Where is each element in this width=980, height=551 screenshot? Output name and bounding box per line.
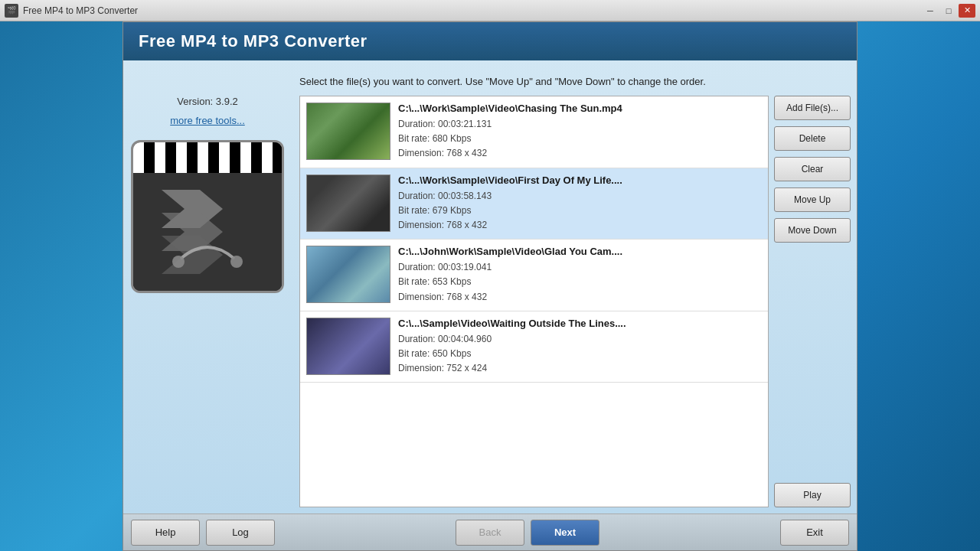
app-title: Free MP4 to MP3 Converter bbox=[139, 31, 368, 51]
file-meta-3: Duration: 00:03:19.041Bit rate: 653 Kbps… bbox=[398, 260, 762, 305]
title-text: Free MP4 to MP3 Converter bbox=[23, 5, 138, 16]
help-button[interactable]: Help bbox=[131, 520, 200, 546]
main-window: Free MP4 to MP3 Converter Version: 3.9.2… bbox=[122, 21, 858, 551]
file-item-1[interactable]: C:\...\Work\Sample\Video\Chasing The Sun… bbox=[300, 96, 768, 168]
next-button[interactable]: Next bbox=[531, 520, 599, 546]
version-label: Version: 3.9.2 bbox=[177, 96, 238, 107]
svg-point-3 bbox=[172, 256, 185, 268]
clapper-stripes bbox=[133, 142, 282, 173]
right-buttons: Add File(s)... Delete Clear Move Up Move… bbox=[774, 96, 851, 243]
file-meta-1: Duration: 00:03:21.131Bit rate: 680 Kbps… bbox=[398, 117, 762, 161]
app-logo bbox=[131, 140, 284, 293]
clapper-graphic bbox=[154, 182, 261, 282]
file-thumbnail-2 bbox=[306, 174, 390, 232]
app-icon: 🎬 bbox=[5, 4, 18, 18]
file-info-4: C:\...\Sample\Video\Waiting Outside The … bbox=[398, 318, 762, 377]
file-info-3: C:\...\John\Work\Sample\Video\Glad You C… bbox=[398, 246, 762, 305]
bottom-bar: Help Log Back Next Exit bbox=[123, 514, 857, 550]
file-thumbnail-1 bbox=[306, 103, 390, 160]
clapper-body bbox=[133, 173, 282, 291]
app-header: Free MP4 to MP3 Converter bbox=[123, 22, 857, 60]
move-up-button[interactable]: Move Up bbox=[774, 187, 851, 212]
file-name-1: C:\...\Work\Sample\Video\Chasing The Sun… bbox=[398, 103, 762, 114]
instruction-text: Select the file(s) you want to convert. … bbox=[299, 76, 765, 87]
minimize-button[interactable]: ─ bbox=[922, 4, 939, 18]
file-item-4[interactable]: C:\...\Sample\Video\Waiting Outside The … bbox=[300, 311, 768, 383]
svg-point-4 bbox=[230, 256, 243, 268]
file-info-1: C:\...\Work\Sample\Video\Chasing The Sun… bbox=[398, 103, 762, 161]
content-area: Select the file(s) you want to convert. … bbox=[292, 65, 857, 514]
svg-marker-2 bbox=[162, 236, 223, 274]
log-button[interactable]: Log bbox=[206, 520, 275, 546]
back-button[interactable]: Back bbox=[456, 520, 524, 546]
clear-button[interactable]: Clear bbox=[774, 157, 851, 181]
close-button[interactable]: ✕ bbox=[959, 4, 975, 18]
file-name-4: C:\...\Sample\Video\Waiting Outside The … bbox=[398, 318, 762, 329]
file-thumbnail-3 bbox=[306, 246, 390, 303]
title-bar-controls: ─ □ ✕ bbox=[922, 4, 975, 18]
add-files-button[interactable]: Add File(s)... bbox=[774, 96, 851, 120]
delete-button[interactable]: Delete bbox=[774, 126, 851, 151]
free-tools-link[interactable]: more free tools... bbox=[170, 115, 245, 126]
play-button-area: Play bbox=[774, 483, 851, 507]
file-item-3[interactable]: C:\...\John\Work\Sample\Video\Glad You C… bbox=[300, 240, 768, 311]
exit-button[interactable]: Exit bbox=[780, 520, 849, 546]
file-name-3: C:\...\John\Work\Sample\Video\Glad You C… bbox=[398, 246, 762, 257]
maximize-button[interactable]: □ bbox=[940, 4, 957, 18]
file-name-2: C:\...\Work\Sample\Video\First Day Of My… bbox=[398, 174, 762, 186]
move-down-button[interactable]: Move Down bbox=[774, 218, 851, 243]
file-info-2: C:\...\Work\Sample\Video\First Day Of My… bbox=[398, 174, 762, 233]
title-bar-left: 🎬 Free MP4 to MP3 Converter bbox=[5, 4, 138, 18]
title-bar: 🎬 Free MP4 to MP3 Converter ─ □ ✕ bbox=[0, 0, 980, 21]
file-thumbnail-4 bbox=[306, 318, 390, 375]
file-meta-2: Duration: 00:03:58.143Bit rate: 679 Kbps… bbox=[398, 189, 762, 233]
file-meta-4: Duration: 00:04:04.960Bit rate: 650 Kbps… bbox=[398, 332, 762, 377]
file-item-2[interactable]: C:\...\Work\Sample\Video\First Day Of My… bbox=[300, 168, 768, 240]
file-list[interactable]: C:\...\Work\Sample\Video\Chasing The Sun… bbox=[299, 96, 769, 507]
play-button[interactable]: Play bbox=[774, 483, 851, 507]
sidebar: Version: 3.9.2 more free tools... bbox=[123, 65, 292, 514]
